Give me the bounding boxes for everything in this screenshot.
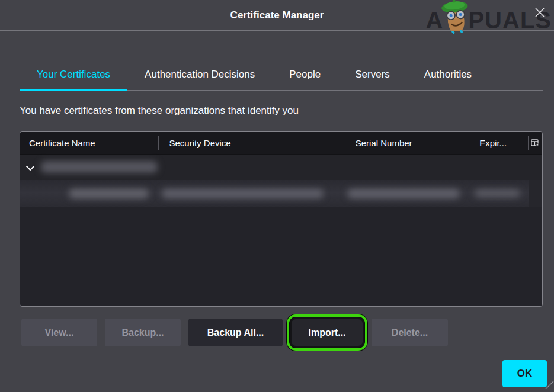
backup-all-button[interactable]: Backup All... xyxy=(188,319,283,346)
import-button-highlight: Import... xyxy=(287,314,367,351)
table-header: Certificate Name Security Device Serial … xyxy=(20,132,542,155)
column-picker-icon xyxy=(531,133,540,155)
close-icon xyxy=(533,6,546,21)
column-header-security-device[interactable]: Security Device xyxy=(159,132,345,155)
import-button[interactable]: Import... xyxy=(292,319,363,346)
tab-strip: Your Certificates Authentication Decisio… xyxy=(20,59,543,91)
redacted-security-device xyxy=(162,189,324,198)
redacted-organization-name xyxy=(41,161,158,173)
certificates-table: Certificate Name Security Device Serial … xyxy=(20,131,543,307)
chevron-down-icon[interactable] xyxy=(25,163,35,173)
column-header-serial-number[interactable]: Serial Number xyxy=(345,132,474,155)
tab-authorities[interactable]: Authorities xyxy=(407,59,489,91)
tab-your-certificates[interactable]: Your Certificates xyxy=(20,59,127,91)
certificate-manager-dialog: Certificate Manager A xyxy=(0,0,554,392)
column-header-expires[interactable]: Expir... xyxy=(473,132,529,155)
resize-grip[interactable] xyxy=(545,381,554,392)
view-button[interactable]: View... xyxy=(21,319,97,346)
description-text: You have certificates from these organiz… xyxy=(20,105,299,117)
dialog-title: Certificate Manager xyxy=(0,0,554,31)
redacted-expiry-date xyxy=(475,189,520,197)
title-bar: Certificate Manager xyxy=(0,0,554,31)
ok-button[interactable]: OK xyxy=(502,360,547,387)
tab-servers[interactable]: Servers xyxy=(338,59,407,91)
column-picker-button[interactable] xyxy=(529,132,542,155)
backup-button[interactable]: Backup... xyxy=(105,319,181,346)
redacted-serial-number xyxy=(347,189,460,198)
tab-authentication-decisions[interactable]: Authentication Decisions xyxy=(127,59,272,91)
delete-button[interactable]: Delete... xyxy=(372,319,448,346)
redacted-certificate-name xyxy=(69,189,149,198)
table-row-certificate[interactable] xyxy=(20,180,542,207)
close-button[interactable] xyxy=(530,5,549,23)
tab-people[interactable]: People xyxy=(272,59,338,91)
table-row-organization[interactable] xyxy=(20,155,542,180)
column-header-certificate-name[interactable]: Certificate Name xyxy=(20,132,159,155)
